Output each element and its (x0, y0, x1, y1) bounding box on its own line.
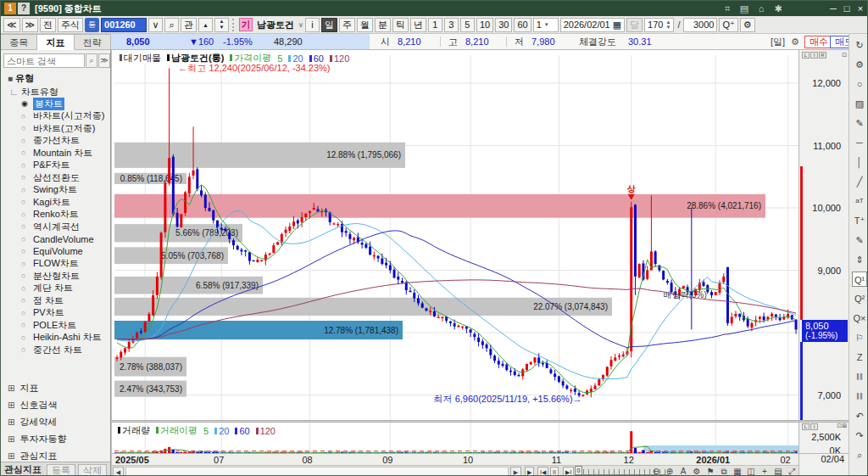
chart-settings-button[interactable]: ⚙ (740, 18, 755, 32)
refresh-icon[interactable]: ↻ (852, 37, 867, 53)
pin-window-icon[interactable]: ⌗ (721, 1, 733, 16)
period-minute-button[interactable]: 분 (375, 18, 391, 32)
chart-type-option[interactable]: ○종가선차트 (1, 135, 110, 148)
axis-mini-button-I[interactable]: I (810, 423, 818, 430)
tab-지표[interactable]: 지표 (37, 34, 74, 50)
play-button[interactable]: ▶ (525, 467, 534, 476)
axis-mini-button-L[interactable]: L (802, 52, 810, 59)
total-bars-input[interactable]: 3000 (683, 18, 717, 32)
step-forward-button[interactable]: ▶I (563, 467, 574, 476)
chart-type-option[interactable]: ○P&F차트 (1, 160, 110, 172)
chart-type-option[interactable]: ○점 차트 (1, 294, 110, 307)
price-chart[interactable]: 12.88% (1,795,066)0.85% (118,645)28.86% … (114, 50, 798, 453)
history-back-button[interactable]: ≪ (3, 18, 20, 32)
move-tool-icon[interactable]: ⇕ (852, 252, 867, 267)
hline-tool-icon[interactable]: ─ (852, 135, 867, 150)
chart-type-option[interactable]: ○Heikin-Ashi 차트 (1, 332, 110, 344)
type-folder-row[interactable]: ■ 유형 (8, 72, 34, 85)
chart-type-option[interactable]: ○Swing차트 (1, 184, 110, 197)
chart-type-option[interactable]: ○Mountain 차트 (1, 147, 110, 160)
next-stock-spinner[interactable]: ▲▼ (214, 18, 229, 32)
chart-type-option[interactable]: ○Kagi차트 (1, 196, 110, 209)
chart-type-option[interactable]: ○바차트(고저종) (1, 122, 110, 135)
history-forward-button[interactable]: ≫ (22, 18, 39, 32)
prev-stock-button[interactable]: ▲ (198, 18, 213, 32)
sidebar-section-투자자동향[interactable]: ⊞투자자동향 (1, 430, 110, 447)
scroll-left-button[interactable]: ◀ (113, 467, 124, 476)
interval-1-button[interactable]: 1 (428, 18, 442, 32)
chart-type-option[interactable]: ○중간선 차트 (1, 344, 110, 356)
collapse-panel-icon[interactable]: ≫ (98, 53, 110, 68)
watchlist-button[interactable]: 관 (181, 18, 197, 32)
axis-mini-button-L[interactable]: L (802, 423, 810, 430)
minimize-button[interactable]: ─ (826, 1, 840, 16)
vline-tool-icon[interactable]: │ (852, 154, 867, 170)
chart-type-option[interactable]: ○Renko차트 (1, 209, 110, 221)
zoom-in-tool-icon[interactable]: Q¹ (852, 272, 867, 287)
fullscreen-button[interactable]: ⤢ (786, 466, 798, 476)
chart-type-option[interactable]: ○EquiVolume (1, 245, 110, 258)
chart-type-tree-label[interactable]: ∟ 차트유형 (9, 86, 58, 98)
buy-button[interactable]: 매수 (804, 36, 833, 48)
chart-type-option[interactable]: ○계단 차트 (1, 283, 110, 295)
chart-type-option[interactable]: ◉봉차트 (1, 98, 110, 110)
interval-60-button[interactable]: 60 (514, 18, 531, 32)
search-icon[interactable]: ⌕ (86, 53, 97, 68)
scroll-right-button[interactable]: ▶ (510, 467, 521, 476)
volume-axis-box-icon[interactable]: ⊡⊠ (837, 423, 847, 429)
stock-search-button[interactable]: ⌕ (164, 18, 179, 32)
grid-button[interactable]: ▦ (732, 466, 743, 476)
visible-bars-input[interactable]: 170▲▼ (644, 18, 674, 32)
previous-view-button[interactable]: 전 (40, 18, 56, 32)
interval-5-button[interactable]: 5 (460, 18, 475, 32)
zoom-plus-button[interactable]: Q⁺ (719, 18, 737, 32)
period-month-button[interactable]: 월 (357, 18, 373, 32)
fibonacci-tool-icon[interactable]: ▨ (852, 96, 867, 111)
pen-tool-icon[interactable]: ✎ (852, 115, 867, 131)
multi-window-icon[interactable]: ▤ (738, 1, 750, 16)
redo-icon[interactable]: ↷ (852, 428, 867, 443)
chart-type-option[interactable]: ○역시계곡선 (1, 221, 110, 233)
footer-button-삭제[interactable]: 삭제 (78, 464, 107, 476)
bar-width-icon[interactable]: ∥∥ (852, 389, 867, 404)
text-tool-icon[interactable]: T⁺ (852, 213, 867, 228)
chart-type-option[interactable]: ○CandleVolume (1, 233, 110, 246)
price-axis[interactable]: LIR ⊡ 8,050 (-1.95%) LI ⊡⊠ 2,500K 0K 02/… (798, 50, 849, 476)
stock-info-button[interactable]: i (305, 18, 320, 32)
period-year-button[interactable]: 년 (410, 18, 426, 32)
pane-splitter[interactable] (112, 420, 799, 423)
period-week-button[interactable]: 주 (339, 18, 355, 32)
zoom-out-button[interactable]: ⊖ (650, 466, 662, 476)
code-dropdown-button[interactable]: ∨ (148, 18, 163, 32)
name-dropdown-icon[interactable]: ∨ (298, 21, 303, 29)
home-icon[interactable]: ⌂ (755, 1, 767, 16)
split-window-button[interactable]: ⧉ (718, 466, 730, 476)
interval-10-button[interactable]: 10 (476, 18, 493, 32)
ellipse-tool-icon[interactable]: ○ (852, 76, 867, 92)
interval-combo[interactable]: 1▼ (533, 18, 559, 32)
sidebar-section-강세약세[interactable]: ⊞강세약세 (1, 413, 110, 430)
footer-button-등록[interactable]: 등록 (47, 464, 75, 476)
window-settings-icon[interactable]: ✱ (772, 1, 784, 16)
trendline-tool-icon[interactable]: ╱ (852, 174, 867, 189)
date-input[interactable]: 2026/02/01▦ (560, 18, 625, 32)
print-button[interactable]: ▤ (772, 466, 784, 476)
chart-type-option[interactable]: ○분산형차트 (1, 270, 110, 283)
close-button[interactable]: × (854, 1, 867, 16)
flag-tool-icon[interactable]: ⚐ (852, 330, 867, 345)
smart-search-input[interactable] (3, 53, 85, 68)
zoom-off-tool-icon[interactable]: Q× (852, 311, 867, 326)
axis-mini-button-R[interactable]: R (819, 52, 826, 59)
tab-전략[interactable]: 전략 (75, 34, 111, 50)
stock-code-input[interactable]: 001260 (101, 18, 147, 32)
period-day-button[interactable]: 일 (321, 18, 337, 32)
step-back-button[interactable]: I◀ (537, 467, 548, 476)
maximize-button[interactable]: □ (840, 1, 854, 16)
axis-mini-button-I[interactable]: I (810, 52, 818, 59)
add-indicator-button[interactable]: + (759, 466, 771, 476)
zoom-ruler-handle[interactable]: 0 (575, 466, 582, 475)
pause-button[interactable]: II (550, 467, 559, 476)
tab-종목[interactable]: 종목 (1, 34, 37, 50)
wave-tool-icon[interactable]: Z (852, 350, 867, 365)
magnifier-icon[interactable]: ⌕ (852, 447, 867, 462)
